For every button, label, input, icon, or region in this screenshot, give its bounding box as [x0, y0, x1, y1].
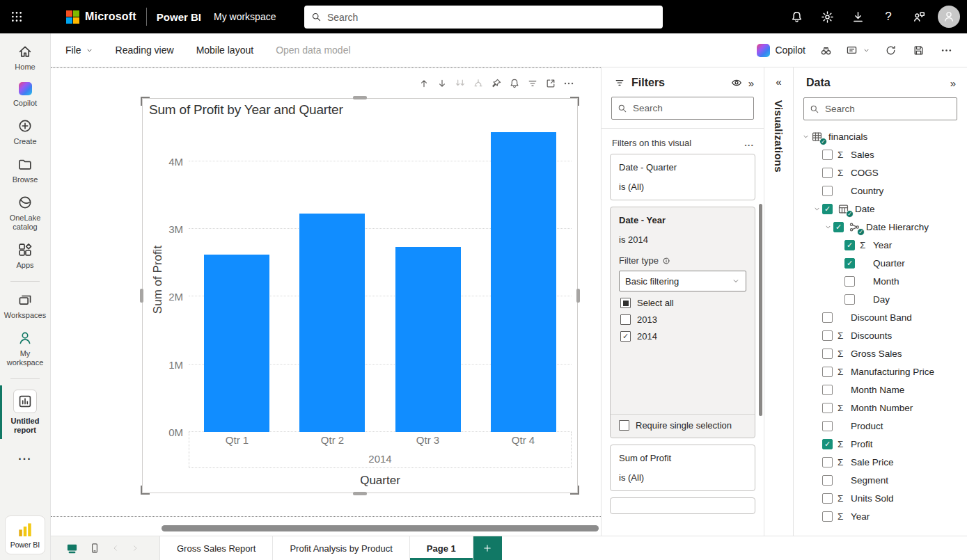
field-row-segment[interactable]: Segment — [794, 471, 967, 489]
workspace-name[interactable]: My workspace — [214, 11, 276, 22]
bar-qtr-2[interactable] — [299, 214, 365, 432]
field-checkbox[interactable] — [822, 385, 833, 395]
focus-mode-button[interactable] — [542, 75, 560, 92]
data-search-box[interactable] — [803, 97, 957, 120]
field-row-date[interactable]: ✓✓Date — [794, 200, 967, 218]
pin-button[interactable] — [487, 75, 505, 92]
collapse-chevron[interactable] — [822, 223, 833, 231]
resize-handle-top[interactable] — [353, 96, 367, 99]
waffle-menu-icon[interactable] — [0, 0, 33, 33]
sidebar-item-apps[interactable]: Apps — [0, 242, 51, 270]
field-checkbox[interactable] — [822, 168, 833, 178]
report-canvas[interactable]: Sum of Profit by Year and Quarter Sum of… — [51, 67, 601, 536]
sidebar-item-copilot[interactable]: Copilot — [0, 82, 51, 108]
field-checkbox-checked[interactable]: ✓ — [822, 439, 833, 449]
search-visuals[interactable] — [815, 39, 837, 61]
field-checkbox-checked[interactable]: ✓ — [822, 204, 833, 214]
next-page-icon[interactable] — [131, 544, 139, 552]
filter-option-2013[interactable]: 2013 — [619, 314, 746, 325]
eye-icon[interactable] — [731, 77, 742, 88]
filter-option-select-all[interactable]: Select all — [619, 298, 746, 308]
page-tab-gross-sales-report[interactable]: Gross Sales Report — [160, 536, 273, 560]
filter-button[interactable] — [524, 75, 542, 92]
filter-type-dropdown[interactable]: Basic filtering — [619, 271, 746, 291]
checkbox-unchecked[interactable] — [620, 314, 631, 325]
field-row-sales[interactable]: ΣSales — [794, 145, 967, 163]
field-row-day[interactable]: Day — [794, 290, 967, 308]
menu-item-mobile-layout[interactable]: Mobile layout — [196, 45, 254, 56]
bar-qtr-3[interactable] — [395, 247, 461, 432]
bar-qtr-1[interactable] — [204, 255, 269, 432]
field-row-discounts[interactable]: ΣDiscounts — [794, 326, 967, 344]
filters-search-input[interactable] — [633, 103, 737, 113]
download-button[interactable] — [846, 5, 870, 29]
field-row-year[interactable]: ΣYear — [794, 507, 967, 525]
filters-search-box[interactable] — [611, 97, 754, 120]
field-row-year[interactable]: ✓ΣYear — [794, 236, 967, 254]
field-row-month[interactable]: Month — [794, 272, 967, 290]
account-avatar[interactable] — [938, 6, 960, 28]
field-row-units-sold[interactable]: ΣUnits Sold — [794, 489, 967, 507]
menu-item-file[interactable]: File — [65, 45, 93, 56]
field-checkbox[interactable] — [822, 457, 833, 467]
resize-handle-right[interactable] — [576, 289, 580, 303]
drill-up-button[interactable] — [415, 75, 433, 92]
visualizations-pane-collapsed[interactable]: « Visualizations — [764, 67, 794, 536]
field-checkbox[interactable] — [822, 493, 833, 504]
resize-handle-left[interactable] — [140, 289, 143, 303]
field-checkbox-checked[interactable]: ✓ — [844, 240, 855, 250]
collapse-chevron[interactable] — [800, 133, 811, 141]
field-checkbox[interactable] — [822, 349, 833, 359]
field-checkbox[interactable] — [822, 330, 833, 341]
new-page-button[interactable] — [473, 536, 502, 560]
field-row-manufacturing-price[interactable]: ΣManufacturing Price — [794, 362, 967, 381]
sidebar-item-browse[interactable]: Browse — [0, 157, 51, 184]
require-single-selection-row[interactable]: Require single selection — [611, 414, 755, 438]
field-row-sale-price[interactable]: ΣSale Price — [794, 453, 967, 471]
field-checkbox[interactable] — [822, 475, 833, 486]
page-tab-profit-analysis-by-product[interactable]: Profit Analysis by Product — [273, 536, 409, 560]
previous-page-icon[interactable] — [111, 544, 120, 552]
bar-qtr-4[interactable] — [491, 132, 556, 432]
collapse-data-icon[interactable]: » — [950, 77, 956, 89]
field-row-gross-sales[interactable]: ΣGross Sales — [794, 344, 967, 362]
checkbox-unchecked[interactable] — [619, 420, 629, 431]
save[interactable] — [907, 39, 929, 61]
alert-button[interactable] — [505, 75, 524, 92]
field-checkbox-checked[interactable]: ✓ — [844, 258, 855, 269]
resize-handle-bottom[interactable] — [353, 492, 367, 495]
refresh[interactable] — [879, 39, 902, 61]
notifications-button[interactable] — [785, 5, 808, 29]
filter-card-date-year[interactable]: Date - Yearis 2014Filter typeBasic filte… — [610, 207, 755, 438]
field-row-product[interactable]: Product — [794, 417, 967, 435]
drill-down-button[interactable] — [433, 75, 451, 92]
field-row-discount-band[interactable]: Discount Band — [794, 308, 967, 326]
field-row-date-hierarchy[interactable]: ✓✓Date Hierarchy — [794, 218, 967, 236]
field-row-quarter[interactable]: ✓Quarter — [794, 254, 967, 272]
desktop-view-icon[interactable] — [66, 543, 78, 554]
help-button[interactable]: ? — [876, 5, 900, 29]
feedback-button[interactable] — [907, 5, 931, 29]
filter-card-sum-of-profit[interactable]: Sum of Profitis (All) — [610, 445, 755, 491]
menu-item-reading-view[interactable]: Reading view — [116, 45, 174, 56]
copilot-button[interactable]: Copilot — [753, 39, 809, 61]
present[interactable] — [842, 39, 874, 61]
field-row-month-number[interactable]: ΣMonth Number — [794, 399, 967, 417]
bar-chart-visual[interactable]: Sum of Profit by Year and Quarter Sum of… — [142, 98, 578, 493]
field-checkbox[interactable] — [822, 312, 833, 323]
checkbox-checked[interactable]: ✓ — [620, 331, 631, 342]
sidebar-item-home[interactable]: Home — [0, 44, 51, 72]
field-row-financials[interactable]: ✓financials — [794, 127, 967, 145]
field-checkbox[interactable] — [844, 294, 855, 305]
sidebar-item-onelake-catalog[interactable]: OneLakecatalog — [0, 195, 51, 232]
expand-visualizations-icon[interactable]: « — [764, 67, 793, 88]
field-checkbox[interactable] — [844, 276, 855, 287]
data-search-input[interactable] — [825, 104, 929, 114]
field-checkbox[interactable] — [822, 403, 833, 413]
mobile-view-icon[interactable] — [89, 543, 100, 554]
field-checkbox[interactable] — [822, 511, 833, 522]
sidebar-item-workspaces[interactable]: Workspaces — [0, 292, 51, 320]
canvas-horizontal-scrollbar[interactable] — [162, 525, 599, 531]
global-search-input[interactable] — [327, 12, 634, 23]
field-row-country[interactable]: Country — [794, 182, 967, 200]
